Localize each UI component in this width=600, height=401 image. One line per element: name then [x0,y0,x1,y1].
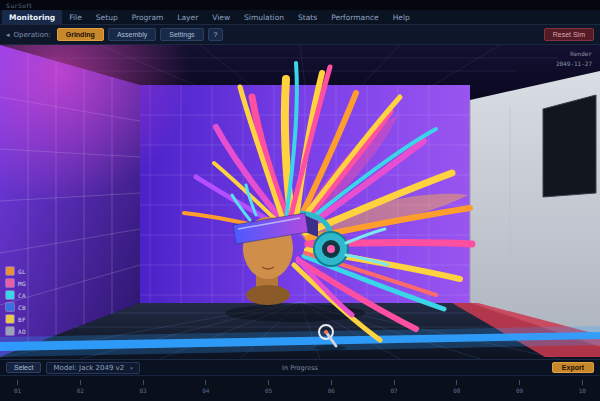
tick-label: 03 [140,387,147,394]
timeline-tick: 01 [14,380,21,394]
menu-item-simulation[interactable]: Simulation [237,10,291,24]
legend-swatch [6,315,14,323]
viewport-3d[interactable]: Render 2049-11-27 GL MG CA CB BF [0,45,600,359]
timeline-tick: 05 [265,380,272,394]
timeline-tick: 08 [453,380,460,394]
tick-mark [80,380,81,385]
mode-grinding-button[interactable]: Grinding [57,28,104,41]
tick-mark [331,380,332,385]
menu-item-performance[interactable]: Performance [324,10,386,24]
tick-mark [143,380,144,385]
legend-swatch [6,279,14,287]
tick-label: 06 [328,387,335,394]
export-button[interactable]: Export [552,362,594,373]
tick-label: 07 [391,387,398,394]
legend-label: MG [18,280,26,287]
room-right-wall [470,71,600,347]
tick-label: 01 [14,387,21,394]
timeline-tick: 09 [516,380,523,394]
app-brand: SurSoft [6,2,32,9]
model-dropdown-label: Model: Jack 2049 v2 [53,364,124,372]
tick-label: 05 [265,387,272,394]
tick-label: 02 [77,387,84,394]
render-info: Render 2049-11-27 [556,49,592,68]
timeline-tick: 10 [579,380,586,394]
progress-status: In Progress [282,364,318,372]
tick-label: 10 [579,387,586,394]
mode-settings-button[interactable]: Settings [160,28,203,41]
tick-mark [456,380,457,385]
tick-mark [205,380,206,385]
render-value: 2049-11-27 [556,59,592,69]
timeline-scrubber[interactable]: 01 02 03 04 05 06 07 08 09 10 [0,375,600,401]
menu-item-stats[interactable]: Stats [291,10,324,24]
menu-item-program[interactable]: Program [125,10,171,24]
status-bar: Select Model: Jack 2049 v2 ▾ In Progress… [0,359,600,375]
tick-label: 04 [202,387,209,394]
timeline-tick: 03 [140,380,147,394]
tick-mark [519,380,520,385]
tick-mark [394,380,395,385]
timeline-tick: 04 [202,380,209,394]
menu-item-monitoring[interactable]: Monitoring [2,10,62,24]
menu-item-file[interactable]: File [62,10,89,24]
model-dropdown[interactable]: Model: Jack 2049 v2 ▾ [46,362,139,374]
tick-mark [582,380,583,385]
tick-mark [17,380,18,385]
reset-sim-button[interactable]: Reset Sim [544,28,594,41]
app-window: SurSoft Monitoring File Setup Program La… [0,0,600,401]
legend-item-ca[interactable]: CA [6,291,26,299]
legend-label: AO [18,328,26,335]
menu-item-layer[interactable]: Layer [170,10,205,24]
legend-swatch [6,303,14,311]
menu-item-help[interactable]: Help [386,10,417,24]
legend-label: GL [18,268,26,275]
help-button[interactable]: ? [208,28,224,41]
legend-item-ao[interactable]: AO [6,327,26,335]
legend-item-bf[interactable]: BF [6,315,26,323]
menu-item-setup[interactable]: Setup [89,10,125,24]
chevron-down-icon: ▾ [130,365,133,371]
legend-label: CB [18,304,26,311]
legend-item-mg[interactable]: MG [6,279,26,287]
menu-bar: Monitoring File Setup Program Layer View… [0,10,600,25]
legend-swatch [6,291,14,299]
brand-bar: SurSoft [0,0,600,10]
menu-item-view[interactable]: View [205,10,237,24]
legend-swatch [6,267,14,275]
tick-label: 09 [516,387,523,394]
timeline-tick: 06 [328,380,335,394]
tick-label: 08 [453,387,460,394]
timeline-tick: 02 [77,380,84,394]
mode-assembly-button[interactable]: Assembly [108,28,156,41]
legend-label: BF [18,316,26,323]
tick-mark [268,380,269,385]
legend-item-gl[interactable]: GL [6,267,26,275]
legend-item-cb[interactable]: CB [6,303,26,311]
operation-label: Operation: [14,31,51,39]
operation-toolbar: ◂ Operation: Grinding Assembly Settings … [0,25,600,45]
timeline-tick: 07 [391,380,398,394]
layer-legend: GL MG CA CB BF AO [6,267,26,335]
viewport-3d-scene [0,45,600,359]
select-button[interactable]: Select [6,362,41,373]
legend-label: CA [18,292,26,299]
back-arrow-icon[interactable]: ◂ [6,31,10,39]
render-label: Render [556,49,592,59]
legend-swatch [6,327,14,335]
timeline-ruler: 01 02 03 04 05 06 07 08 09 10 [14,380,586,394]
